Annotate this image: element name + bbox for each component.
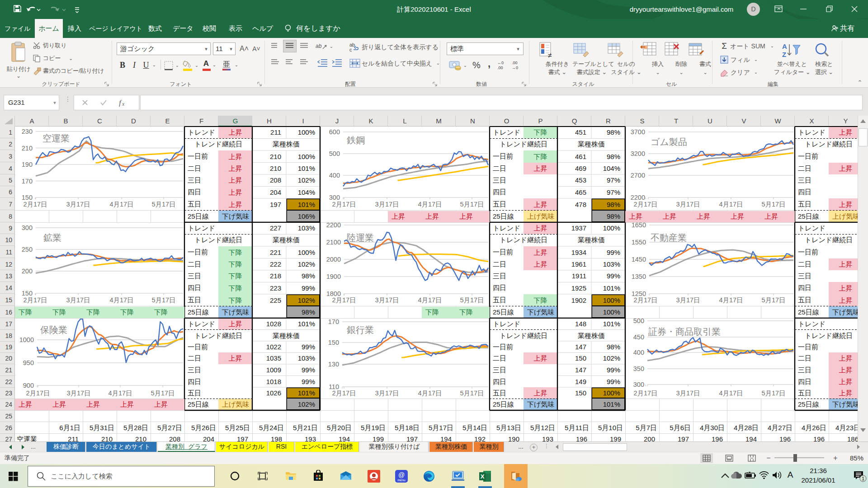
svg-text:@: @ bbox=[398, 471, 405, 479]
svg-text:menu: menu bbox=[397, 479, 406, 482]
svg-text:...: ... bbox=[31, 444, 36, 450]
svg-text:X: X bbox=[481, 473, 485, 480]
svg-text:1: 1 bbox=[862, 476, 864, 481]
